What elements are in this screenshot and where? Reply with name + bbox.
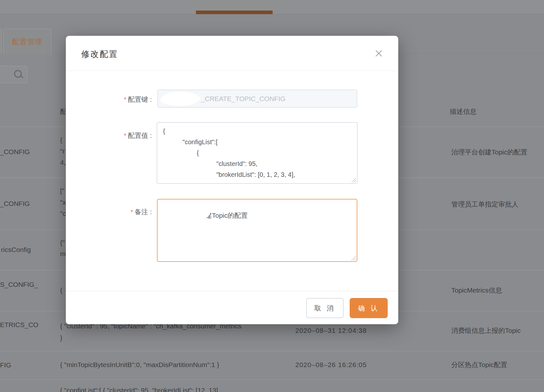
row3-config-key: ricsConfig: [1, 246, 31, 254]
resize-handle-icon[interactable]: [351, 256, 356, 260]
config-value-textarea[interactable]: { "configList":[ { "clusterId": 95, "bro…: [157, 122, 358, 184]
row6-modify-time: 2020–08–26 16:26:05: [295, 361, 367, 369]
row1-config-key: _CONFIG: [0, 148, 30, 156]
row2-value-line: "c: [60, 209, 66, 218]
row5-modify-time: 2020–08–31 12:04:38: [295, 326, 367, 335]
row2-description: 管理员工单指定审批人: [451, 200, 518, 208]
row1-value-line: {: [60, 136, 62, 144]
row2-config-key: _CONFIG: [0, 200, 30, 208]
redaction-blob: [160, 92, 200, 106]
row4-value-line: {: [60, 286, 62, 294]
config-value-text: { "configList":[ { "clusterId": 95, "bro…: [163, 126, 354, 180]
row-divider: [0, 351, 544, 351]
row7-value-line: { "configList":[ { "clusterId": 95, "bro…: [60, 386, 218, 392]
dialog-title: 修改配置: [81, 49, 118, 60]
row-divider: [0, 380, 544, 380]
row1-description: 治理平台创建Topic的配置: [451, 148, 527, 156]
col-header-description: 描述信息: [450, 107, 477, 116]
remark-textarea[interactable]: 建Topic的配置: [157, 199, 357, 262]
remark-text: 建Topic的配置: [205, 211, 248, 220]
row5-description: 消费组信息上报的Topic: [451, 326, 521, 335]
row1-value-line: 4,: [60, 158, 66, 167]
confirm-button-label: 确 认: [358, 304, 379, 313]
dialog-header-divider: [66, 71, 398, 71]
row2-value-line: "x: [60, 198, 66, 207]
confirm-button[interactable]: 确 认: [350, 298, 388, 318]
row6-value-line: { "minTopicBytesInUnitB":0, "maxDisParti…: [60, 361, 219, 369]
row3-value-line: m: [60, 250, 66, 258]
resize-handle-icon[interactable]: [352, 178, 356, 182]
row5-value-line: }: [60, 334, 62, 342]
dialog-footer-divider: [66, 291, 398, 291]
redaction-blob: [159, 204, 210, 223]
required-asterisk: *: [130, 208, 133, 216]
close-icon[interactable]: [374, 49, 384, 59]
row4-config-key: S_CONFIG_: [0, 280, 38, 289]
row4-description: TopicMetrics信息: [451, 286, 502, 294]
row5-config-key: ETRICS_CO: [0, 321, 38, 329]
search-icon: [14, 70, 22, 78]
tab-config-management: 配置管理: [4, 29, 51, 54]
row6-description: 分区热点Topic配置: [451, 361, 507, 369]
row1-value-line: "r: [60, 147, 65, 155]
remark-label: *备注 :: [66, 208, 152, 216]
edit-config-dialog: 修改配置 *配置键 : _CREATE_TOPIC_CONFIG *配置值 : …: [66, 36, 398, 324]
config-key-input[interactable]: _CREATE_TOPIC_CONFIG: [157, 90, 357, 108]
required-asterisk: *: [124, 96, 126, 103]
row6-config-key: FIG: [0, 361, 11, 369]
tab-config-management-label: 配置管理: [12, 37, 43, 47]
tab-partial-left: [0, 29, 2, 54]
config-key-label: *配置键 :: [66, 95, 152, 104]
row2-value-line: [": [60, 187, 64, 195]
cancel-button[interactable]: 取 消: [306, 298, 344, 318]
config-key-value: _CREATE_TOPIC_CONFIG: [201, 95, 285, 103]
config-value-label: *配置值 :: [66, 131, 152, 140]
cancel-button-label: 取 消: [315, 304, 336, 313]
top-nav-active-indicator: [196, 11, 273, 14]
row3-value-line: {": [60, 239, 65, 247]
search-input: [0, 66, 27, 83]
required-asterisk: *: [124, 132, 126, 139]
